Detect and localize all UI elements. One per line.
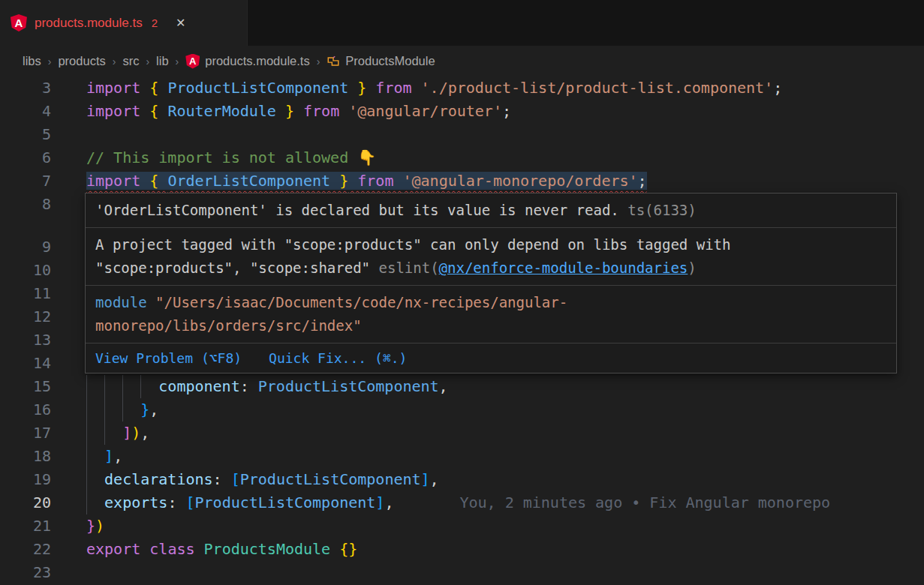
line-content: import { ProductListComponent } from './…: [51, 76, 782, 100]
code-line-6[interactable]: 6// This import is not allowed 👇: [0, 146, 924, 170]
line-number[interactable]: 12: [0, 305, 51, 328]
eslint-rule-link[interactable]: @nx/enforce-module-boundaries: [439, 260, 688, 276]
breadcrumb-item-lib[interactable]: lib: [156, 54, 169, 68]
code-line-22[interactable]: 22export class ProductsModule {}: [0, 538, 924, 561]
diagnostic-text: 'OrderListComponent' is declared but its…: [95, 202, 619, 218]
indent-guide: [86, 445, 104, 468]
chevron-right-icon: ›: [48, 56, 52, 68]
indent-guide: [86, 422, 104, 445]
breadcrumb-item-src[interactable]: src: [122, 54, 139, 68]
line-number[interactable]: 6: [0, 146, 51, 170]
code-line-16[interactable]: 16},: [0, 398, 924, 422]
git-blame-annotation: You, 2 minutes ago • Fix Angular monorep…: [459, 494, 830, 512]
code-line-5[interactable]: 5: [0, 123, 924, 146]
tab-error-count-badge: 2: [152, 16, 158, 29]
vscode-window: { "colors": { "error_red": "#f14c4c", "l…: [0, 0, 924, 585]
line-content: [51, 305, 86, 328]
indent-guide: [86, 398, 104, 422]
angular-icon: A: [11, 14, 27, 32]
eslint-line-2-text: "scope:products", "scope:shared": [95, 260, 379, 276]
line-number[interactable]: 20: [0, 491, 51, 514]
breadcrumb-item-products[interactable]: products: [58, 54, 105, 68]
line-number[interactable]: 13: [0, 328, 51, 352]
chevron-right-icon: ›: [317, 56, 321, 68]
line-number[interactable]: 17: [0, 422, 51, 445]
indent-guide: [86, 491, 104, 514]
line-number[interactable]: 11: [0, 282, 51, 305]
line-content: [51, 328, 86, 352]
line-number[interactable]: 16: [0, 398, 51, 422]
line-number[interactable]: 14: [0, 352, 51, 375]
indent-guide: [122, 398, 140, 422]
indent-guide: [86, 468, 104, 491]
tab-bar: A products.module.ts 2 ✕: [0, 0, 924, 46]
code-line-15[interactable]: 15component: ProductListComponent,: [0, 375, 924, 398]
diagnostic-hover-popup: 'OrderListComponent' is declared but its…: [85, 193, 897, 374]
breadcrumb: libs › products › src › lib › A products…: [0, 46, 924, 76]
code-line-7[interactable]: 7import { OrderListComponent } from '@an…: [0, 170, 924, 193]
indent-guide: [104, 422, 122, 445]
tab-products-module[interactable]: A products.module.ts 2 ✕: [0, 0, 248, 46]
code-line-19[interactable]: 19declarations: [ProductListComponent],: [0, 468, 924, 491]
line-number[interactable]: 18: [0, 445, 51, 468]
line-number[interactable]: 19: [0, 468, 51, 491]
line-content: ],: [51, 445, 122, 468]
line-number[interactable]: 21: [0, 514, 51, 538]
code-line-17[interactable]: 17]),: [0, 422, 924, 445]
breadcrumb-item-libs[interactable]: libs: [23, 54, 41, 68]
indent-guide: [104, 398, 122, 422]
breadcrumb-item-file[interactable]: A products.module.ts: [185, 54, 309, 69]
module-path-line-2: monorepo/libs/orders/src/index": [95, 317, 362, 334]
code-line-23[interactable]: 23: [0, 561, 924, 584]
code-line-20[interactable]: 20exports: [ProductListComponent],You, 2…: [0, 491, 924, 514]
eslint-source-suffix: ): [688, 260, 696, 276]
line-number[interactable]: 8: [0, 193, 51, 236]
line-content: // This import is not allowed 👇: [51, 146, 376, 170]
breadcrumb-symbol-label: ProductsModule: [345, 54, 435, 68]
ts-diagnostic-message: 'OrderListComponent' is declared but its…: [86, 194, 896, 228]
quick-fix-button[interactable]: Quick Fix... (⌘.): [269, 346, 407, 370]
eslint-line-1: A project tagged with "scope:products" c…: [95, 233, 886, 256]
line-content: component: ProductListComponent,: [51, 375, 448, 398]
error-squiggle-highlight: import { OrderListComponent } from '@ang…: [86, 172, 647, 190]
line-number[interactable]: 9: [0, 236, 51, 259]
indent-guide: [122, 375, 140, 398]
module-path-line-1: "/Users/isaac/Documents/code/nx-recipes/…: [155, 294, 567, 310]
view-problem-button[interactable]: View Problem (⌥F8): [95, 346, 242, 370]
line-number[interactable]: 22: [0, 538, 51, 561]
code-line-21[interactable]: 21}): [0, 514, 924, 538]
diagnostic-source: ts(6133): [619, 202, 697, 218]
module-symbol-icon: [327, 55, 340, 68]
line-content: [51, 282, 86, 305]
line-number[interactable]: 5: [0, 123, 51, 146]
line-content: }): [51, 514, 104, 538]
close-icon[interactable]: ✕: [176, 16, 185, 30]
angular-icon: A: [185, 54, 200, 69]
line-number[interactable]: 7: [0, 170, 51, 193]
indent-guide: [140, 375, 158, 398]
code-line-4[interactable]: 4import { RouterModule } from '@angular/…: [0, 100, 924, 123]
line-number[interactable]: 23: [0, 561, 51, 584]
line-content: [51, 236, 86, 259]
line-number[interactable]: 10: [0, 259, 51, 282]
indent-guide: [86, 375, 104, 398]
line-content: import { RouterModule } from '@angular/r…: [51, 100, 511, 123]
line-content: [51, 193, 86, 236]
line-content: },: [51, 398, 158, 422]
line-number[interactable]: 4: [0, 100, 51, 123]
eslint-source-prefix: eslint(: [379, 260, 439, 276]
line-content: export class ProductsModule {}: [51, 538, 357, 561]
eslint-diagnostic-message: A project tagged with "scope:products" c…: [86, 228, 896, 286]
chevron-right-icon: ›: [146, 56, 149, 68]
line-content: [51, 259, 86, 282]
indent-guide: [104, 375, 122, 398]
line-number[interactable]: 15: [0, 375, 51, 398]
line-content: [51, 561, 86, 584]
code-line-3[interactable]: 3import { ProductListComponent } from '.…: [0, 76, 924, 100]
tab-title: products.module.ts: [35, 16, 143, 31]
chevron-right-icon: ›: [176, 56, 179, 68]
code-line-18[interactable]: 18],: [0, 445, 924, 468]
chevron-right-icon: ›: [113, 56, 116, 68]
line-number[interactable]: 3: [0, 76, 51, 100]
breadcrumb-item-symbol[interactable]: ProductsModule: [327, 54, 435, 68]
